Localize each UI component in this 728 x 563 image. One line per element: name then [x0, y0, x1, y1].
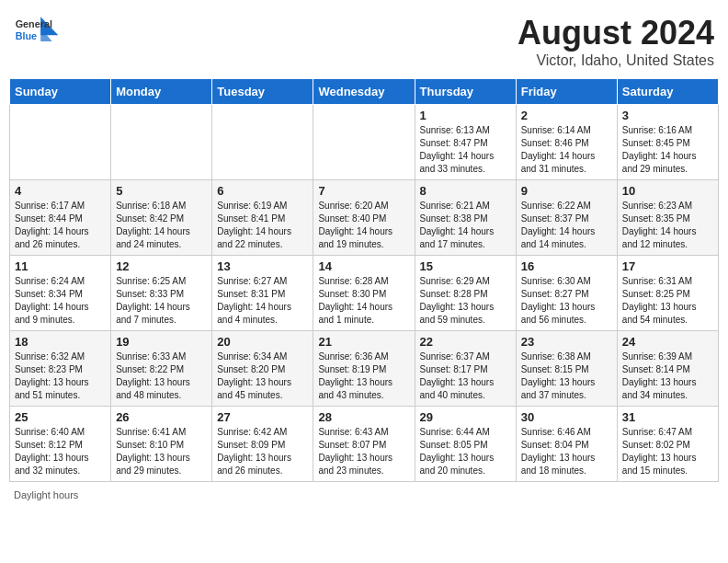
day-info: Sunrise: 6:47 AM Sunset: 8:02 PM Dayligh… [622, 426, 713, 477]
calendar-cell: 21Sunrise: 6:36 AM Sunset: 8:19 PM Dayli… [313, 331, 415, 407]
calendar-cell: 31Sunrise: 6:47 AM Sunset: 8:02 PM Dayli… [617, 407, 718, 482]
calendar-cell: 23Sunrise: 6:38 AM Sunset: 8:15 PM Dayli… [516, 331, 617, 407]
logo: General Blue [14, 14, 60, 51]
calendar-cell: 20Sunrise: 6:34 AM Sunset: 8:20 PM Dayli… [212, 331, 313, 407]
day-of-week-header: Monday [111, 79, 212, 105]
day-of-week-header: Friday [516, 79, 617, 105]
day-info: Sunrise: 6:22 AM Sunset: 8:37 PM Dayligh… [521, 200, 612, 251]
day-info: Sunrise: 6:41 AM Sunset: 8:10 PM Dayligh… [116, 426, 207, 477]
day-number: 22 [420, 335, 511, 349]
calendar-cell [10, 105, 111, 180]
title-block: August 2024 Victor, Idaho, United States [518, 14, 714, 69]
day-info: Sunrise: 6:20 AM Sunset: 8:40 PM Dayligh… [318, 200, 409, 251]
day-info: Sunrise: 6:33 AM Sunset: 8:22 PM Dayligh… [116, 350, 207, 402]
day-number: 10 [622, 184, 713, 198]
day-number: 8 [420, 184, 511, 198]
day-number: 14 [318, 259, 409, 273]
day-number: 5 [116, 184, 207, 198]
day-number: 19 [116, 335, 207, 349]
day-info: Sunrise: 6:44 AM Sunset: 8:05 PM Dayligh… [420, 426, 511, 477]
day-info: Sunrise: 6:43 AM Sunset: 8:07 PM Dayligh… [318, 426, 409, 477]
calendar-cell [111, 105, 212, 180]
day-number: 17 [622, 259, 713, 273]
day-info: Sunrise: 6:42 AM Sunset: 8:09 PM Dayligh… [217, 426, 308, 477]
day-info: Sunrise: 6:19 AM Sunset: 8:41 PM Dayligh… [217, 200, 308, 251]
calendar-week-row: 25Sunrise: 6:40 AM Sunset: 8:12 PM Dayli… [10, 407, 719, 482]
day-number: 27 [217, 410, 308, 424]
day-info: Sunrise: 6:14 AM Sunset: 8:46 PM Dayligh… [521, 124, 612, 176]
calendar-week-row: 1Sunrise: 6:13 AM Sunset: 8:47 PM Daylig… [10, 105, 719, 180]
calendar-cell: 7Sunrise: 6:20 AM Sunset: 8:40 PM Daylig… [313, 180, 415, 256]
calendar-cell: 9Sunrise: 6:22 AM Sunset: 8:37 PM Daylig… [516, 180, 617, 256]
calendar-footer: Daylight hours [9, 489, 719, 500]
day-info: Sunrise: 6:18 AM Sunset: 8:42 PM Dayligh… [116, 200, 207, 251]
day-number: 23 [521, 335, 612, 349]
day-number: 11 [15, 259, 106, 273]
calendar-cell: 18Sunrise: 6:32 AM Sunset: 8:23 PM Dayli… [10, 331, 111, 407]
calendar-cell: 14Sunrise: 6:28 AM Sunset: 8:30 PM Dayli… [313, 256, 415, 331]
calendar-cell: 29Sunrise: 6:44 AM Sunset: 8:05 PM Dayli… [415, 407, 516, 482]
calendar-week-row: 18Sunrise: 6:32 AM Sunset: 8:23 PM Dayli… [10, 331, 719, 407]
day-info: Sunrise: 6:31 AM Sunset: 8:25 PM Dayligh… [622, 275, 713, 327]
logo-svg: General Blue [14, 14, 60, 51]
day-number: 2 [521, 109, 612, 122]
calendar-cell: 2Sunrise: 6:14 AM Sunset: 8:46 PM Daylig… [516, 105, 617, 180]
day-number: 30 [521, 410, 612, 424]
day-number: 21 [318, 335, 409, 349]
calendar-cell: 6Sunrise: 6:19 AM Sunset: 8:41 PM Daylig… [212, 180, 313, 256]
day-number: 13 [217, 259, 308, 273]
calendar-cell: 5Sunrise: 6:18 AM Sunset: 8:42 PM Daylig… [111, 180, 212, 256]
day-info: Sunrise: 6:23 AM Sunset: 8:35 PM Dayligh… [622, 200, 713, 251]
day-info: Sunrise: 6:36 AM Sunset: 8:19 PM Dayligh… [318, 350, 409, 402]
calendar-cell: 26Sunrise: 6:41 AM Sunset: 8:10 PM Dayli… [111, 407, 212, 482]
calendar-cell: 30Sunrise: 6:46 AM Sunset: 8:04 PM Dayli… [516, 407, 617, 482]
day-info: Sunrise: 6:16 AM Sunset: 8:45 PM Dayligh… [622, 124, 713, 176]
day-of-week-header: Thursday [415, 79, 516, 105]
day-number: 18 [15, 335, 106, 349]
calendar-cell: 16Sunrise: 6:30 AM Sunset: 8:27 PM Dayli… [516, 256, 617, 331]
calendar-week-row: 4Sunrise: 6:17 AM Sunset: 8:44 PM Daylig… [10, 180, 719, 256]
day-number: 9 [521, 184, 612, 198]
calendar-table: SundayMondayTuesdayWednesdayThursdayFrid… [9, 78, 719, 482]
calendar-cell: 17Sunrise: 6:31 AM Sunset: 8:25 PM Dayli… [617, 256, 718, 331]
month-title: August 2024 [518, 14, 714, 52]
calendar-cell: 13Sunrise: 6:27 AM Sunset: 8:31 PM Dayli… [212, 256, 313, 331]
calendar-week-row: 11Sunrise: 6:24 AM Sunset: 8:34 PM Dayli… [10, 256, 719, 331]
calendar-cell: 10Sunrise: 6:23 AM Sunset: 8:35 PM Dayli… [617, 180, 718, 256]
day-info: Sunrise: 6:30 AM Sunset: 8:27 PM Dayligh… [521, 275, 612, 327]
day-info: Sunrise: 6:29 AM Sunset: 8:28 PM Dayligh… [420, 275, 511, 327]
day-info: Sunrise: 6:24 AM Sunset: 8:34 PM Dayligh… [15, 275, 106, 327]
day-info: Sunrise: 6:40 AM Sunset: 8:12 PM Dayligh… [15, 426, 106, 477]
day-number: 25 [15, 410, 106, 424]
day-number: 26 [116, 410, 207, 424]
day-headers-row: SundayMondayTuesdayWednesdayThursdayFrid… [10, 79, 719, 105]
day-number: 24 [622, 335, 713, 349]
day-info: Sunrise: 6:38 AM Sunset: 8:15 PM Dayligh… [521, 350, 612, 402]
day-of-week-header: Wednesday [313, 79, 415, 105]
day-number: 29 [420, 410, 511, 424]
calendar-cell: 25Sunrise: 6:40 AM Sunset: 8:12 PM Dayli… [10, 407, 111, 482]
day-info: Sunrise: 6:37 AM Sunset: 8:17 PM Dayligh… [420, 350, 511, 402]
svg-text:General: General [16, 18, 52, 29]
daylight-hours-label: Daylight hours [14, 489, 78, 500]
day-number: 7 [318, 184, 409, 198]
day-info: Sunrise: 6:21 AM Sunset: 8:38 PM Dayligh… [420, 200, 511, 251]
calendar-cell: 19Sunrise: 6:33 AM Sunset: 8:22 PM Dayli… [111, 331, 212, 407]
day-number: 4 [15, 184, 106, 198]
day-info: Sunrise: 6:25 AM Sunset: 8:33 PM Dayligh… [116, 275, 207, 327]
day-info: Sunrise: 6:28 AM Sunset: 8:30 PM Dayligh… [318, 275, 409, 327]
location-title: Victor, Idaho, United States [518, 52, 714, 69]
day-number: 16 [521, 259, 612, 273]
calendar-cell: 27Sunrise: 6:42 AM Sunset: 8:09 PM Dayli… [212, 407, 313, 482]
day-of-week-header: Tuesday [212, 79, 313, 105]
day-number: 12 [116, 259, 207, 273]
calendar-cell: 12Sunrise: 6:25 AM Sunset: 8:33 PM Dayli… [111, 256, 212, 331]
day-of-week-header: Saturday [617, 79, 718, 105]
calendar-cell: 4Sunrise: 6:17 AM Sunset: 8:44 PM Daylig… [10, 180, 111, 256]
calendar-cell: 1Sunrise: 6:13 AM Sunset: 8:47 PM Daylig… [415, 105, 516, 180]
calendar-cell: 15Sunrise: 6:29 AM Sunset: 8:28 PM Dayli… [415, 256, 516, 331]
page-header: General Blue August 2024 Victor, Idaho, … [9, 9, 719, 69]
day-info: Sunrise: 6:27 AM Sunset: 8:31 PM Dayligh… [217, 275, 308, 327]
day-info: Sunrise: 6:13 AM Sunset: 8:47 PM Dayligh… [420, 124, 511, 176]
day-number: 28 [318, 410, 409, 424]
